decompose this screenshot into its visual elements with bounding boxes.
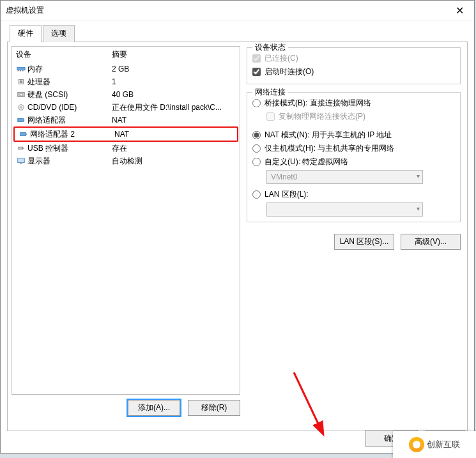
watermark-icon: [409, 437, 424, 452]
svg-rect-15: [23, 148, 24, 149]
vm-settings-window: 虚拟机设置 ✕ 硬件 选项 设备 摘要 内存2 GB处理器1硬盘 (SCSI)4…: [0, 0, 475, 454]
connected-label: 已连接(C): [265, 53, 298, 64]
device-icon: [16, 90, 26, 99]
svg-rect-12: [20, 132, 26, 135]
client-area: 硬件 选项 设备 摘要 内存2 GB处理器1硬盘 (SCSI)40 GBCD/D…: [1, 20, 474, 454]
svg-rect-0: [17, 67, 25, 70]
svg-rect-3: [22, 70, 24, 72]
device-summary: 存在: [112, 143, 236, 154]
bridged-label: 桥接模式(B): 直接连接物理网络: [265, 98, 371, 109]
device-summary: 40 GB: [112, 90, 236, 99]
right-buttons: LAN 区段(S)... 高级(V)...: [247, 234, 461, 250]
chevron-down-icon: ▾: [417, 172, 420, 179]
watermark-text: 创新互联: [427, 439, 460, 450]
replicate-input: [266, 112, 275, 121]
bridged-radio[interactable]: 桥接模式(B): 直接连接物理网络: [252, 96, 455, 110]
lan-segment-radio[interactable]: LAN 区段(L):: [252, 188, 455, 201]
nat-label: NAT 模式(N): 用于共享主机的 IP 地址: [265, 130, 392, 141]
chevron-down-icon: ▾: [417, 205, 420, 212]
device-list[interactable]: 设备 摘要 内存2 GB处理器1硬盘 (SCSI)40 GBCD/DVD (ID…: [12, 46, 240, 395]
svg-rect-11: [24, 119, 25, 121]
header-summary: 摘要: [112, 49, 236, 60]
custom-input[interactable]: [252, 158, 261, 166]
device-row[interactable]: USB 控制器存在: [12, 142, 240, 155]
close-icon[interactable]: ✕: [450, 4, 469, 17]
device-name: 内存: [27, 64, 112, 75]
device-icon: [19, 130, 29, 139]
nat-radio[interactable]: NAT 模式(N): 用于共享主机的 IP 地址: [252, 128, 455, 142]
watermark-badge: 创新互联: [393, 431, 476, 458]
hostonly-label: 仅主机模式(H): 与主机共享的专用网络: [265, 143, 394, 154]
device-row[interactable]: 网络适配器NAT: [12, 114, 240, 126]
device-summary: 正在使用文件 D:\install pack\C...: [112, 102, 236, 113]
device-row[interactable]: 处理器1: [12, 75, 240, 88]
device-summary: NAT: [112, 116, 236, 125]
titlebar: 虚拟机设置 ✕: [1, 1, 474, 20]
device-name: 硬盘 (SCSI): [27, 89, 112, 100]
tabstrip: 硬件 选项: [7, 25, 468, 42]
remove-button[interactable]: 移除(R): [188, 400, 240, 416]
device-row[interactable]: 硬盘 (SCSI)40 GB: [12, 88, 240, 101]
connected-input: [252, 54, 261, 63]
lan-segment-input[interactable]: [252, 190, 261, 199]
svg-rect-13: [26, 134, 27, 135]
replicate-label: 复制物理网络连接状态(P): [279, 111, 365, 122]
device-icon: [16, 65, 26, 73]
lan-segments-button[interactable]: LAN 区段(S)...: [334, 234, 394, 250]
header-device: 设备: [16, 49, 112, 60]
connected-checkbox: 已连接(C): [252, 52, 455, 65]
connect-at-poweron-label: 启动时连接(O): [265, 66, 314, 77]
device-icon: [16, 156, 26, 165]
hostonly-radio[interactable]: 仅主机模式(H): 与主机共享的专用网络: [252, 142, 455, 155]
svg-rect-2: [20, 70, 21, 72]
nat-input[interactable]: [252, 131, 261, 139]
network-connection-fieldset: 网络连接 桥接模式(B): 直接连接物理网络 复制物理网络连接状态(P) NAT…: [247, 92, 461, 222]
device-list-buttons: 添加(A)... 移除(R): [12, 395, 240, 416]
device-summary: 1: [112, 77, 236, 86]
device-name: 网络适配器 2: [30, 129, 114, 140]
connect-at-poweron-input[interactable]: [252, 68, 261, 76]
custom-network-value: VMnet0: [271, 172, 297, 181]
device-name: USB 控制器: [27, 143, 112, 154]
window-title: 虚拟机设置: [6, 5, 450, 16]
device-name: CD/DVD (IDE): [27, 103, 112, 112]
device-icon: [16, 103, 26, 112]
device-icon: [16, 144, 26, 153]
device-row[interactable]: CD/DVD (IDE)正在使用文件 D:\install pack\C...: [12, 101, 240, 114]
svg-rect-17: [20, 163, 22, 164]
advanced-button[interactable]: 高级(V)...: [401, 234, 461, 250]
hardware-left-column: 设备 摘要 内存2 GB处理器1硬盘 (SCSI)40 GBCD/DVD (ID…: [12, 46, 240, 427]
svg-point-9: [20, 107, 22, 108]
add-button[interactable]: 添加(A)...: [128, 400, 180, 416]
tab-hardware[interactable]: 硬件: [10, 25, 42, 42]
tabpanel-hardware: 设备 摘要 内存2 GB处理器1硬盘 (SCSI)40 GBCD/DVD (ID…: [7, 42, 468, 431]
svg-point-7: [20, 93, 22, 96]
device-summary: 2 GB: [112, 65, 236, 73]
svg-rect-5: [20, 80, 22, 83]
device-state-legend: 设备状态: [252, 42, 288, 53]
device-state-fieldset: 设备状态 已连接(C) 启动时连接(O): [247, 47, 461, 84]
device-list-header: 设备 摘要: [12, 47, 240, 63]
device-row[interactable]: 内存2 GB: [12, 63, 240, 75]
svg-rect-10: [18, 118, 24, 121]
svg-rect-14: [19, 147, 23, 149]
svg-rect-16: [18, 158, 25, 163]
tab-options[interactable]: 选项: [43, 25, 75, 42]
hardware-right-column: 设备状态 已连接(C) 启动时连接(O) 网络连接 桥接模式(B): 直接连接物: [244, 46, 463, 427]
device-name: 显示器: [27, 156, 112, 167]
device-row[interactable]: 网络适配器 2NAT: [13, 126, 238, 142]
device-name: 网络适配器: [27, 115, 112, 126]
device-summary: NAT: [114, 130, 233, 139]
svg-rect-1: [18, 70, 19, 72]
replicate-checkbox: 复制物理网络连接状态(P): [266, 110, 455, 123]
connect-at-poweron-checkbox[interactable]: 启动时连接(O): [252, 65, 455, 79]
custom-label: 自定义(U): 特定虚拟网络: [265, 156, 348, 167]
custom-network-combo: VMnet0 ▾: [266, 170, 423, 184]
device-row[interactable]: 显示器自动检测: [12, 155, 240, 167]
custom-radio[interactable]: 自定义(U): 特定虚拟网络: [252, 155, 455, 169]
bridged-input[interactable]: [252, 99, 261, 107]
device-icon: [16, 116, 26, 125]
network-legend: 网络连接: [252, 87, 288, 98]
device-name: 处理器: [27, 77, 112, 88]
hostonly-input[interactable]: [252, 144, 261, 153]
